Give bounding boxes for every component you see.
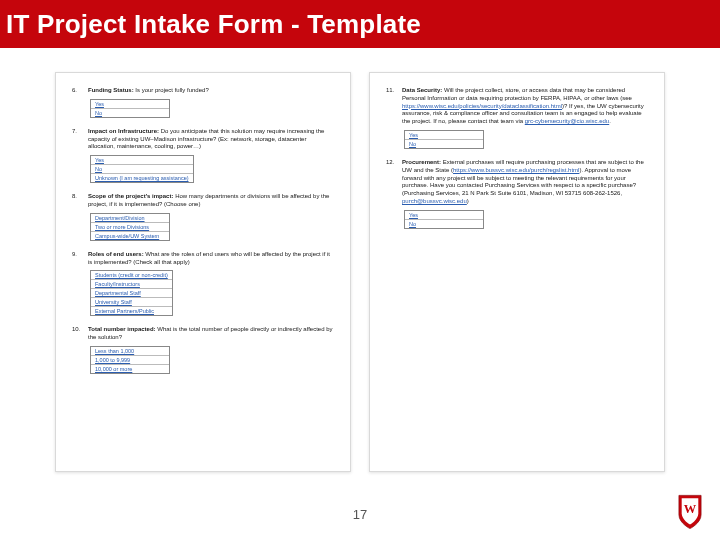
- option[interactable]: Yes: [405, 211, 483, 220]
- q-text: Is your project fully funded?: [135, 87, 208, 93]
- option[interactable]: 10,000 or more: [91, 365, 169, 373]
- q-label: Total number impacted:: [88, 326, 156, 332]
- q-label: Procurement:: [402, 159, 441, 165]
- page-title: IT Project Intake Form - Template: [6, 9, 421, 40]
- question-11: 11.Data Security: Will the project colle…: [386, 87, 648, 149]
- question-6: 6.Funding Status: Is your project fully …: [72, 87, 334, 118]
- q-label: Scope of the project's impact:: [88, 193, 173, 199]
- option[interactable]: Less than 1,000: [91, 347, 169, 356]
- option[interactable]: Yes: [91, 156, 193, 165]
- q-label: Roles of end users:: [88, 251, 144, 257]
- option-table: Department/Division Two or more Division…: [90, 213, 170, 241]
- option-table: Yes No: [404, 210, 484, 229]
- option-table: Students (credit or non-credit) Faculty/…: [90, 270, 173, 316]
- option[interactable]: No: [405, 140, 483, 148]
- question-12: 12.Procurement: External purchases will …: [386, 159, 648, 229]
- option[interactable]: 1,000 to 9,999: [91, 356, 169, 365]
- form-page-left: 6.Funding Status: Is your project fully …: [55, 72, 351, 472]
- option[interactable]: Departmental Staff: [91, 289, 172, 298]
- q-label: Data Security:: [402, 87, 442, 93]
- question-9: 9.Roles of end users: What are the roles…: [72, 251, 334, 317]
- option[interactable]: University Staff: [91, 298, 172, 307]
- q-num: 6.: [72, 87, 84, 95]
- page-previews: 6.Funding Status: Is your project fully …: [0, 48, 720, 482]
- q-num: 12.: [386, 159, 398, 206]
- q-num: 10.: [72, 326, 84, 342]
- option-table: Yes No: [90, 99, 170, 118]
- q-num: 9.: [72, 251, 84, 267]
- option[interactable]: No: [91, 165, 193, 174]
- option[interactable]: Yes: [405, 131, 483, 140]
- email-link[interactable]: grc-cybersecurity@cio.wisc.edu: [525, 118, 609, 124]
- option[interactable]: Two or more Divisions: [91, 223, 169, 232]
- option[interactable]: No: [405, 220, 483, 228]
- svg-text:W: W: [684, 502, 697, 516]
- question-10: 10.Total number impacted: What is the to…: [72, 326, 334, 374]
- option-table: Yes No Unknown (I am requesting assistan…: [90, 155, 194, 183]
- q-label: Impact on Infrastructure:: [88, 128, 159, 134]
- option[interactable]: Yes: [91, 100, 169, 109]
- slide-number: 17: [0, 507, 720, 522]
- option-table: Yes No: [404, 130, 484, 149]
- option[interactable]: External Partners/Public: [91, 307, 172, 315]
- q-num: 8.: [72, 193, 84, 209]
- email-link[interactable]: purch@bussvc.wisc.edu: [402, 198, 467, 204]
- question-7: 7.Impact on Infrastructure: Do you antic…: [72, 128, 334, 183]
- q-num: 11.: [386, 87, 398, 126]
- option[interactable]: Campus-wide/UW System: [91, 232, 169, 240]
- policy-link[interactable]: https://www.bussvc.wisc.edu/purch/regsli…: [453, 167, 579, 173]
- form-page-right: 11.Data Security: Will the project colle…: [369, 72, 665, 472]
- q-label: Funding Status:: [88, 87, 134, 93]
- title-bar: IT Project Intake Form - Template: [0, 0, 720, 48]
- option[interactable]: Students (credit or non-credit): [91, 271, 172, 280]
- option[interactable]: No: [91, 109, 169, 117]
- policy-link[interactable]: https://www.wisc.edu/policies/security/d…: [402, 103, 562, 109]
- option[interactable]: Faculty/Instructors: [91, 280, 172, 289]
- q-num: 7.: [72, 128, 84, 151]
- question-8: 8.Scope of the project's impact: How man…: [72, 193, 334, 241]
- uw-crest-icon: W: [676, 494, 704, 530]
- option-table: Less than 1,000 1,000 to 9,999 10,000 or…: [90, 346, 170, 374]
- option[interactable]: Department/Division: [91, 214, 169, 223]
- option[interactable]: Unknown (I am requesting assistance): [91, 174, 193, 182]
